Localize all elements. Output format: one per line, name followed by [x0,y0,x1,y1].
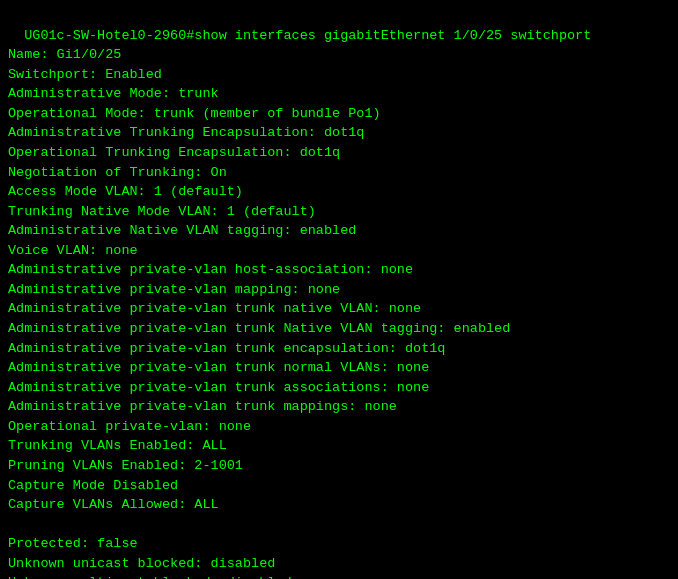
terminal-window[interactable]: UG01c-SW-Hotel0-2960#show interfaces gig… [0,0,678,579]
terminal-output: UG01c-SW-Hotel0-2960#show interfaces gig… [8,28,591,579]
